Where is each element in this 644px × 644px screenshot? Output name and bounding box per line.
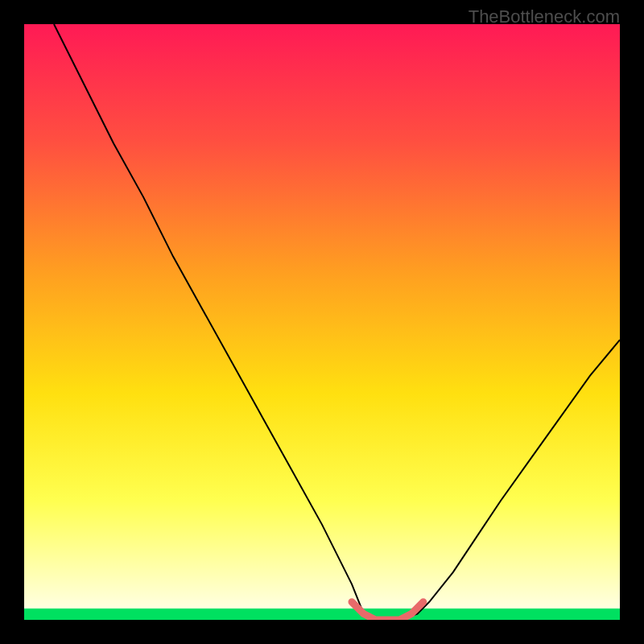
plot-area [24,24,620,620]
gradient-background [24,24,620,620]
chart-frame: TheBottleneck.com [0,0,644,644]
watermark-text: TheBottleneck.com [469,6,620,27]
gradient-rect [24,24,620,620]
